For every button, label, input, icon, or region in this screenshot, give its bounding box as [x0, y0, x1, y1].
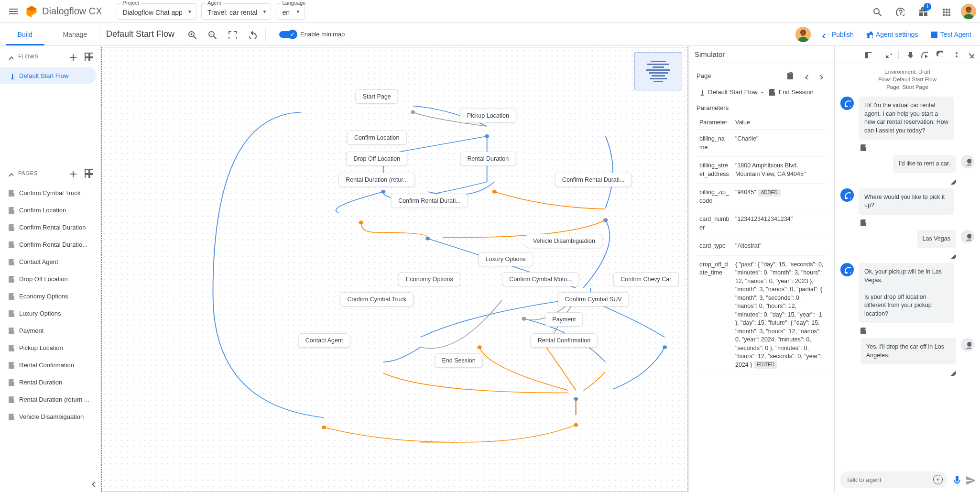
tab-build[interactable]: Build [0, 23, 50, 45]
table-row[interactable]: billing_zip_code"94045"ADDED [697, 184, 827, 210]
edit-icon[interactable] [948, 252, 956, 259]
node-economy-options[interactable]: Economy Options [399, 272, 460, 286]
collapse-panel-icon[interactable] [87, 479, 97, 490]
project-selector[interactable]: Project Dialogflow Chat app ▼ [117, 3, 196, 20]
table-row[interactable]: billing_name"Charlie" [697, 130, 827, 157]
help-icon[interactable] [890, 2, 909, 21]
product-name: Dialogflow CX [42, 6, 102, 17]
node-rental-duration[interactable]: Rental Duration [460, 152, 516, 166]
response-detail-icon[interactable] [859, 143, 866, 151]
page-item[interactable]: Confirm Cymbal Truck [0, 184, 100, 201]
page-item[interactable]: Pickup Location [0, 339, 100, 356]
edit-icon[interactable] [948, 368, 956, 376]
page-item[interactable]: Rental Confirmation [0, 356, 100, 373]
table-row[interactable]: drop_off_date_time{ "past": { "day": 15,… [697, 255, 827, 374]
chevron-down-icon: ▼ [187, 9, 192, 14]
language-selector[interactable]: Language en ▼ [276, 3, 305, 20]
pages-grid-icon[interactable] [83, 167, 94, 179]
test-agent-button[interactable]: Test Agent [925, 28, 976, 41]
clipboard-icon[interactable] [783, 69, 796, 82]
node-contact-agent[interactable]: Contact Agent [298, 333, 350, 348]
node-confirm-rental-duration-1[interactable]: Confirm Rental Durati... [391, 194, 468, 208]
flow-canvas[interactable]: Start Page Pickup Location Confirm Locat… [101, 47, 687, 492]
chat-input[interactable] [839, 471, 947, 488]
page-item[interactable]: Economy Options [0, 287, 100, 305]
node-confirm-rental-duration-2[interactable]: Confirm Rental Durati... [555, 173, 632, 187]
page-item[interactable]: Contact Agent [0, 253, 100, 270]
add-flow-icon[interactable] [66, 51, 78, 62]
undo-icon[interactable] [881, 47, 895, 62]
node-vehicle-disambiguation[interactable]: Vehicle Disambiguation [526, 234, 602, 248]
user-avatar-icon [961, 230, 974, 243]
page-item[interactable]: Drop Off Location [0, 270, 100, 287]
page-item[interactable]: Vehicle Disambiguation [0, 408, 100, 425]
chevron-up-icon[interactable] [6, 169, 13, 177]
zoom-in-icon[interactable] [182, 25, 201, 44]
flow-item[interactable]: Default Start Flow [0, 67, 96, 84]
mic-icon[interactable] [950, 470, 961, 489]
add-page-icon[interactable] [66, 167, 78, 179]
page-item[interactable]: Rental Duration [0, 373, 100, 391]
product-logo[interactable]: Dialogflow CX [25, 5, 102, 18]
agent-selector[interactable]: Agent Travel: car rental ▼ [201, 3, 272, 20]
replay-icon[interactable] [917, 47, 931, 62]
node-confirm-chevy-car[interactable]: Confirm Chevy Car [613, 272, 678, 286]
more-icon[interactable] [947, 47, 962, 62]
node-payment[interactable]: Payment [545, 312, 583, 327]
node-rental-confirmation[interactable]: Rental Confirmation [531, 333, 598, 348]
apps-icon[interactable] [936, 2, 955, 21]
svg-point-30 [322, 426, 326, 429]
node-confirm-cymbal-suv[interactable]: Confirm Cymbal SUV [558, 292, 629, 307]
table-row[interactable]: card_number"1234123412341234" [697, 210, 827, 237]
search-icon[interactable] [867, 2, 886, 21]
collaborator-avatar[interactable] [795, 27, 811, 42]
page-item[interactable]: Luxury Options [0, 305, 100, 322]
page-item[interactable]: Payment [0, 322, 100, 339]
reset-icon[interactable] [242, 25, 261, 44]
prev-turn-icon[interactable] [798, 69, 811, 82]
node-pickup-location[interactable]: Pickup Location [460, 109, 516, 123]
chevron-up-icon[interactable] [6, 53, 13, 60]
node-luxury-options[interactable]: Luxury Options [479, 252, 533, 266]
send-icon[interactable] [964, 470, 975, 489]
zoom-out-icon[interactable] [202, 25, 221, 44]
page-item[interactable]: Confirm Rental Duration [0, 219, 100, 236]
edit-icon[interactable] [948, 177, 956, 185]
menu-icon[interactable] [4, 2, 23, 21]
fit-icon[interactable] [222, 25, 241, 44]
notifications-icon[interactable]: 1 [913, 2, 932, 21]
close-icon[interactable] [963, 47, 977, 62]
save-icon[interactable] [902, 47, 916, 62]
page-item[interactable]: Confirm Rental Duratio... [0, 236, 100, 253]
table-row[interactable]: billing_street_address"1800 Amphibious B… [697, 157, 827, 184]
node-confirm-location[interactable]: Confirm Location [347, 131, 407, 145]
node-rental-duration-return[interactable]: Rental Duration (retur... [338, 173, 415, 187]
next-turn-icon[interactable] [813, 69, 827, 82]
flows-grid-icon[interactable] [83, 51, 94, 62]
account-avatar[interactable] [961, 4, 976, 19]
page-item[interactable]: Rental Duration (return ... [0, 391, 100, 408]
response-detail-icon[interactable] [859, 327, 866, 334]
agent-message: Hi! I'm the virtual car rental agent. I … [840, 97, 974, 140]
page-icon [7, 327, 14, 334]
tab-manage[interactable]: Manage [50, 23, 100, 45]
add-event-icon[interactable]: + [933, 475, 943, 484]
page-icon [7, 344, 14, 351]
node-end-session[interactable]: End Session [435, 353, 483, 368]
parameters-table: Parameter Value billing_name"Charlie"bil… [697, 115, 827, 374]
publish-button[interactable]: Publish [817, 28, 859, 41]
node-start-page[interactable]: Start Page [356, 89, 398, 104]
node-confirm-cymbal-moto[interactable]: Confirm Cymbal Moto... [502, 272, 579, 286]
response-detail-icon[interactable] [859, 219, 866, 226]
user-avatar-icon [961, 338, 974, 351]
table-row[interactable]: card_type"Altostrat" [697, 237, 827, 256]
minimap[interactable] [634, 52, 682, 90]
minimap-toggle[interactable]: ✓ [279, 31, 296, 38]
node-confirm-cymbal-truck[interactable]: Confirm Cymbal Truck [340, 292, 414, 307]
page-item[interactable]: Confirm Location [0, 201, 100, 219]
layout-icon[interactable] [860, 47, 875, 62]
reset-chat-icon[interactable] [932, 47, 947, 62]
primary-tabs: Build Manage [0, 23, 100, 45]
agent-settings-button[interactable]: Agent settings [860, 28, 923, 41]
node-drop-off-location[interactable]: Drop Off Location [346, 152, 407, 166]
